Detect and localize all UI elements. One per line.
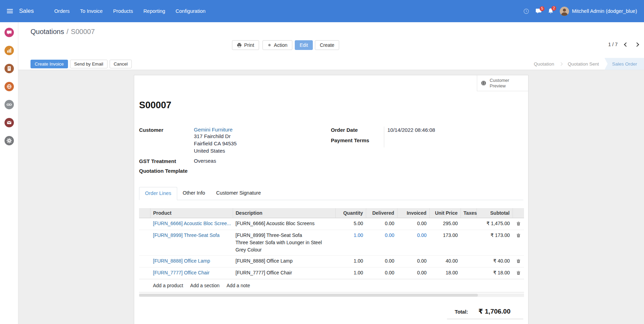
order-date-label: Order Date [331, 127, 384, 137]
edit-button[interactable]: Edit [295, 40, 313, 50]
unit-price-column-header[interactable]: Unit Price [429, 208, 461, 218]
pager-value[interactable]: 1 / 7 [608, 42, 618, 47]
customer-label: Customer [139, 127, 194, 154]
gear-icon [267, 43, 272, 47]
top-navbar: Sales Orders To Invoice Products Reporti… [0, 0, 644, 22]
send-by-email-button[interactable]: Send by Email [70, 60, 108, 68]
user-name: Mitchell Admin (dodger_blue) [572, 8, 637, 14]
product-column-header[interactable]: Product [150, 208, 233, 218]
description-column-header[interactable]: Description [233, 208, 335, 218]
cancel-button[interactable]: Cancel [110, 60, 132, 68]
total-value: ₹ 1,706.00 [479, 307, 510, 315]
product-link[interactable]: [FURN_6666] Acoustic Bloc Scree... [153, 221, 231, 226]
notifications-bell-icon[interactable]: 2 [548, 8, 553, 14]
subtotal-column-header[interactable]: Subtotal [476, 208, 513, 218]
order-total: Total: ₹ 1,706.00 [447, 306, 523, 319]
table-horizontal-scrollbar[interactable] [139, 293, 524, 297]
breadcrumb: Quotations / S00007 [31, 28, 644, 36]
main-menu: Orders To Invoice Products Reporting Con… [49, 0, 211, 22]
apps-sidebar [0, 22, 18, 324]
invoiced-column-header[interactable]: Invoiced [397, 208, 429, 218]
table-row[interactable]: [FURN_7777] Office Chair [FURN_7777] Off… [139, 267, 524, 279]
gst-treatment-value: Overseas [194, 158, 331, 164]
statusbar: Create Invoice Send by Email Cancel Quot… [18, 58, 644, 70]
add-a-note-link[interactable]: Add a note [226, 283, 250, 288]
quotation-template-label: Quotation Template [139, 168, 194, 174]
globe-icon [481, 80, 487, 86]
create-button[interactable]: Create [315, 40, 339, 50]
product-link[interactable]: [FURN_7777] Office Chair [153, 270, 209, 275]
website-icon[interactable] [5, 82, 14, 91]
quantity-column-header[interactable]: Quantity [335, 208, 366, 218]
printer-icon [237, 43, 242, 48]
notifications-badge: 2 [551, 6, 556, 11]
gst-treatment-label: GST Treatment [139, 158, 194, 164]
tab-customer-signature[interactable]: Customer Signature [211, 187, 266, 200]
delete-row-icon[interactable] [513, 218, 524, 230]
messages-icon[interactable]: 5 [535, 8, 542, 14]
messages-badge: 5 [540, 6, 544, 11]
customer-preview-button[interactable]: CustomerPreview [477, 75, 528, 91]
menu-to-invoice[interactable]: To Invoice [75, 0, 108, 22]
total-label: Total: [455, 309, 468, 315]
table-row[interactable]: [FURN_6666] Acoustic Bloc Scree... [FURN… [139, 218, 524, 230]
action-button[interactable]: Action [263, 40, 292, 50]
delivered-column-header[interactable]: Delivered [366, 208, 397, 218]
status-steps: Quotation Quotation Sent Sales Order [528, 58, 644, 70]
table-row[interactable]: [FURN_8999] Three-Seat Sofa [FURN_8999] … [139, 230, 524, 256]
form-view: CustomerPreview S00007 Customer Gemini F… [18, 70, 644, 324]
tab-order-lines[interactable]: Order Lines [139, 187, 177, 200]
payment-terms-label: Payment Terms [331, 137, 384, 147]
menu-products[interactable]: Products [108, 0, 138, 22]
menu-configuration[interactable]: Configuration [170, 0, 211, 22]
settings-icon[interactable] [5, 136, 14, 145]
link-tracker-icon[interactable] [5, 100, 14, 109]
breadcrumb-current-record: S00007 [71, 28, 95, 36]
breadcrumb-separator: / [67, 28, 69, 36]
customer-link[interactable]: Gemini Furniture [194, 127, 331, 133]
pager: 1 / 7 [608, 42, 638, 47]
tab-other-info[interactable]: Other Info [177, 187, 211, 200]
pager-next-icon[interactable] [635, 42, 639, 47]
document-sheet: CustomerPreview S00007 Customer Gemini F… [134, 75, 529, 324]
order-lines-table: Product Description Quantity Delivered I… [139, 208, 524, 292]
quotation-template-value [194, 168, 331, 174]
record-title: S00007 [139, 75, 523, 111]
create-invoice-button[interactable]: Create Invoice [31, 60, 68, 68]
email-marketing-icon[interactable] [5, 118, 14, 127]
avatar [560, 7, 569, 16]
pager-previous-icon[interactable] [624, 42, 628, 47]
delete-row-icon[interactable] [513, 230, 524, 256]
breadcrumb-quotations[interactable]: Quotations [31, 28, 64, 36]
notebook-tabs: Order Lines Other Info Customer Signatur… [139, 187, 523, 200]
table-row[interactable]: [FURN_8888] Office Lamp [FURN_8888] Offi… [139, 256, 524, 267]
order-date-value: 10/14/2022 08:46:08 [384, 127, 523, 137]
menu-orders[interactable]: Orders [49, 0, 75, 22]
state-quotation-sent[interactable]: Quotation Sent [562, 58, 604, 70]
user-menu[interactable]: Mitchell Admin (dodger_blue) [560, 7, 639, 16]
dashboards-icon[interactable] [5, 46, 14, 55]
menu-reporting[interactable]: Reporting [138, 0, 170, 22]
print-button[interactable]: Print [232, 40, 259, 50]
state-sales-order[interactable]: Sales Order [604, 58, 644, 70]
table-header-row: Product Description Quantity Delivered I… [139, 208, 524, 218]
handle-column-header [139, 208, 150, 218]
delete-row-icon[interactable] [513, 267, 524, 279]
notes-icon[interactable] [5, 64, 14, 73]
app-name[interactable]: Sales [19, 8, 34, 15]
delete-row-icon[interactable] [513, 256, 524, 267]
hamburger-menu-icon[interactable] [5, 7, 15, 15]
state-quotation[interactable]: Quotation [528, 58, 560, 70]
add-a-section-link[interactable]: Add a section [190, 283, 220, 288]
product-link[interactable]: [FURN_8999] Three-Seat Sofa [153, 232, 220, 238]
payment-terms-value [384, 137, 523, 147]
customer-address: 317 Fairchild Dr Fairfield CA 94535 Unit… [194, 133, 331, 154]
control-panel: Quotations / S00007 Print Action Edit [18, 22, 644, 58]
optional-columns-toggle[interactable] [513, 208, 524, 218]
taxes-column-header[interactable]: Taxes [461, 208, 476, 218]
product-link[interactable]: [FURN_8888] Office Lamp [153, 258, 210, 264]
discuss-icon[interactable] [5, 28, 14, 37]
add-a-product-link[interactable]: Add a product [153, 283, 183, 288]
activities-clock-icon[interactable] [523, 8, 529, 14]
